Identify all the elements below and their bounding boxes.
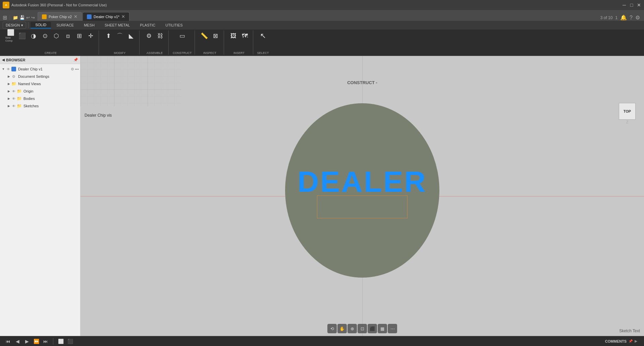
tree-arrow-bodies: ▶ [7,97,11,100]
toolbar-section-create: ⬜ New Comp ⬛ ◑ ⊙ ⬡ ⧈ ⊞ [3,31,99,55]
tree-bodies-label: Bodies [23,97,35,101]
bottom-toolbar: ⏮ ◀ ▶ ⏩ ⏭ ⬜ ⬛ COMMENTS 📌 ▶ [0,336,644,346]
assemble-label: ASSEMBLE [147,51,163,55]
nav-controls: ⟲ ✋ ⊕ ⊡ ⬛ ▦ ⋯ [327,324,397,333]
titlebar-left: A Autodesk Fusion 360 (Personal - Not fo… [3,2,107,8]
tab-mesh[interactable]: MESH [79,22,99,28]
redo-button[interactable]: ↪ [31,15,35,20]
tab-poker-chip-v2[interactable]: Poker Chip v2 ✕ [38,12,82,21]
insert-derive-button[interactable]: 🖼 [228,31,239,41]
tree-eye-origin[interactable]: 👁 [11,90,16,93]
new-component-button[interactable]: ⬜ New Comp [5,31,16,41]
fillet-button[interactable]: ⌒ [114,31,125,41]
tree-eye-sketches[interactable]: 👁 [11,104,16,108]
press-pull-button[interactable]: ⬆ [103,31,114,41]
insert-canvas-button[interactable]: 🗺 [239,31,250,41]
tab-plastic[interactable]: PLASTIC [135,22,160,28]
tree-item-document-settings[interactable]: ▶ ⚙ Document Settings [5,73,80,80]
orbit-button[interactable]: ⟲ [327,324,337,333]
viewport[interactable]: DEALER CONSTRUCT - Dealer Chip vis TOP Z… [80,56,644,336]
toolbar-tabs: DESIGN ▾ SOLID SURFACE MESH SHEET METAL … [0,21,644,30]
design-dropdown[interactable]: DESIGN ▾ [3,22,26,29]
file-menu[interactable]: 📁 [13,15,18,20]
play-button[interactable]: ▶ [23,337,31,345]
named-views-icon: 📁 [11,81,16,86]
user-count: 1 [615,15,618,20]
tree-options-icon[interactable]: ••• [75,67,79,71]
tree-named-views-label: Named Views [18,82,41,86]
save-button[interactable]: 💾 [19,15,25,20]
mirror-button[interactable]: ⧈ [62,31,73,41]
joint-button[interactable]: ⚙ [144,31,154,41]
svg-rect-1 [80,56,181,106]
tree-item-root[interactable]: ▼ 👁 Dealer Chip v1 ⚙ ••• [0,65,80,73]
go-to-end-button[interactable]: ⏭ [42,337,50,345]
toolbar-content: ⬜ New Comp ⬛ ◑ ⊙ ⬡ ⧈ ⊞ [0,30,644,56]
select-button[interactable]: ↖ [258,31,268,41]
comments-expand-icon[interactable]: ▶ [635,339,637,343]
tree-item-bodies[interactable]: ▶ 👁 📁 Bodies [5,95,80,102]
tab-dealer-chip-v1[interactable]: Dealer Chip v1* ✕ [83,12,129,21]
tab-utilities[interactable]: UTILITIES [161,22,187,28]
extrude-button[interactable]: ⬛ [17,31,28,41]
tab-icon-poker [42,14,47,19]
sketches-icon: 📁 [17,104,21,108]
fit-button[interactable]: ⊡ [358,324,367,333]
move-button[interactable]: ✛ [85,31,96,41]
pattern-button[interactable]: ⊞ [74,31,85,41]
browser-pin-icon[interactable]: 📌 [73,58,78,62]
undo-button[interactable]: ↩ [26,15,30,20]
close-button[interactable]: ✕ [637,3,641,7]
tab-sheet-metal[interactable]: SHEET METAL [100,22,135,28]
measure-button[interactable]: 📏 [199,31,210,41]
browser-collapse-icon[interactable]: ◀ [2,58,5,62]
go-to-start-button[interactable]: ⏮ [4,337,12,345]
as-built-joint-button[interactable]: ⛓ [155,31,166,41]
orientation-cube[interactable]: TOP Z [617,103,637,130]
player-controls: ⏮ ◀ ▶ ⏩ ⏭ ⬜ ⬛ [4,337,74,345]
construct-label: CONSTRUCT - [347,80,377,85]
display-settings-button[interactable]: ⋯ [388,324,397,333]
step-back-button[interactable]: ◀ [13,337,21,345]
tab-close-poker[interactable]: ✕ [74,14,77,19]
record-button[interactable]: ⬛ [66,337,74,345]
step-forward-button[interactable]: ⏩ [32,337,40,345]
help-icon[interactable]: ? [630,15,633,21]
insert-label: INSERT [233,51,245,55]
tree-item-sketches[interactable]: ▶ 👁 📁 Sketches [5,102,80,110]
view-cube-button[interactable]: ⬛ [368,324,377,333]
create-more-button[interactable]: ⬡ [51,31,62,41]
tree-chip-icon [11,67,16,71]
toolbar-section-construct: ▭ CONSTRUCT [170,31,195,55]
app-grid-icon[interactable]: ⊞ [3,14,7,21]
tree-item-named-views[interactable]: ▶ 📁 Named Views [5,80,80,88]
tab-surface[interactable]: SURFACE [52,22,78,28]
tree-gear-icon[interactable]: ⚙ [71,67,74,71]
comments-panel: COMMENTS 📌 ▶ [602,337,640,345]
settings-icon[interactable]: ⚙ [635,14,640,21]
tree-eye-root[interactable]: 👁 [6,67,11,71]
chamfer-button[interactable]: ◣ [126,31,137,41]
tab-solid[interactable]: SOLID [31,22,51,28]
offset-plane-button[interactable]: ▭ [177,31,187,41]
player-divider [53,338,53,345]
comments-pin-icon[interactable]: 📌 [629,339,633,343]
notification-icon[interactable]: 🔔 [620,14,627,21]
tab-close-dealer[interactable]: ✕ [121,14,125,19]
tree-item-origin[interactable]: ▶ 👁 📁 Origin [5,88,80,95]
minimize-button[interactable]: ─ [622,3,627,7]
zoom-button[interactable]: ⊕ [347,324,357,333]
tree-document-settings-label: Document Settings [18,74,49,78]
hole-button[interactable]: ⊙ [40,31,50,41]
maximize-button[interactable]: □ [629,3,634,7]
browser-header-icons: 📌 [73,58,78,62]
revolve-button[interactable]: ◑ [28,31,39,41]
grid-button[interactable]: ▦ [378,324,387,333]
keyframe-button[interactable]: ⬜ [57,337,65,345]
titlebar-title: Autodesk Fusion 360 (Personal - Not for … [11,3,107,7]
pan-button[interactable]: ✋ [337,324,347,333]
interference-button[interactable]: ⊠ [210,31,221,41]
adsk-logo: A [3,2,9,8]
selection-box [317,195,408,218]
tree-eye-bodies[interactable]: 👁 [11,97,16,101]
